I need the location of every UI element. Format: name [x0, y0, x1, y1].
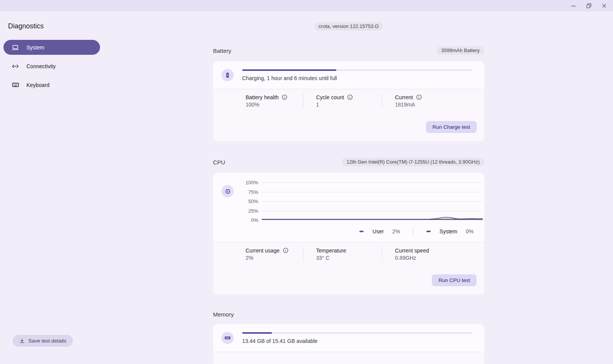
battery-stats-row: Battery health 100% Cycle co: [213, 89, 484, 113]
info-icon[interactable]: [282, 94, 287, 100]
download-icon: [19, 338, 25, 344]
page-title: Diagnostics: [0, 22, 103, 30]
cpu-model-badge: 12th Gen Intel(R) Core(TM) i7-1255U (12 …: [342, 158, 484, 166]
main-content: crota, version 122.15753.O Battery 3599m…: [103, 11, 613, 364]
memory-usage-progressbar: [242, 332, 472, 334]
memory-status-text: 13.44 GB of 15.41 GB available: [242, 338, 472, 344]
battery-section: Battery 3599mAh Battery: [213, 46, 484, 141]
legend-system: System 0%: [426, 228, 474, 234]
current-label: Current: [395, 94, 484, 100]
memory-card: 13.44 GB of 15.41 GB available: [213, 324, 484, 364]
close-button[interactable]: [601, 2, 608, 9]
info-icon[interactable]: [283, 248, 288, 253]
sidebar-item-keyboard[interactable]: Keyboard: [3, 77, 100, 92]
battery-section-title: Battery: [213, 48, 231, 54]
current-speed-label: Current speed: [395, 248, 484, 254]
cpu-usage-lines: [262, 182, 483, 220]
board-version-badge: crota, version 122.15753.O: [314, 22, 384, 31]
current-usage-value: 2%: [246, 255, 303, 261]
cpu-card: 100% 75% 50% 25% 0%: [213, 173, 484, 295]
battery-charge-progressbar: [242, 69, 472, 71]
battery-icon: [221, 69, 234, 81]
info-icon[interactable]: [347, 94, 353, 100]
memory-section: Memory: [213, 311, 484, 364]
keyboard-icon: [11, 81, 20, 89]
legend-user: User 2%: [359, 228, 400, 234]
minimize-button[interactable]: [570, 2, 577, 9]
temperature-label: Temperature: [316, 248, 382, 254]
sidebar-item-system[interactable]: System: [3, 40, 100, 55]
current-usage-label: Current usage: [246, 248, 303, 254]
restore-button[interactable]: [585, 2, 592, 9]
cpu-usage-chart: 100% 75% 50% 25% 0%: [242, 182, 483, 220]
battery-health-value: 100%: [246, 102, 303, 108]
laptop-icon: [11, 43, 20, 52]
cpu-section-title: CPU: [213, 159, 225, 166]
user-series-swatch: [359, 231, 364, 232]
save-test-details-label: Save test details: [28, 338, 66, 344]
memory-section-title: Memory: [213, 311, 234, 318]
temperature-value: 33° C: [316, 255, 382, 261]
save-test-details-button[interactable]: Save test details: [13, 335, 73, 347]
cpu-chart-y-axis: 100% 75% 50% 25% 0%: [242, 182, 258, 220]
cycle-count-label: Cycle count: [316, 94, 382, 100]
battery-status-text: Charging, 1 hour and 6 minutes until ful…: [242, 75, 472, 81]
current-speed-value: 0.89GHz: [395, 255, 484, 261]
connectivity-icon: [11, 62, 20, 71]
info-icon[interactable]: [416, 94, 422, 100]
titlebar: [0, 0, 613, 11]
sidebar: Diagnostics System: [0, 11, 103, 364]
battery-capacity-badge: 3599mAh Battery: [437, 46, 484, 55]
cpu-chart-legend: User 2% System 0%: [242, 220, 483, 242]
battery-card: Charging, 1 hour and 6 minutes until ful…: [213, 61, 484, 141]
sidebar-item-label: Keyboard: [26, 82, 49, 88]
sidebar-item-label: Connectivity: [26, 63, 56, 69]
sidebar-item-label: System: [26, 44, 44, 51]
cpu-chart-plot-area: [262, 182, 483, 220]
run-charge-test-button[interactable]: Run Charge test: [426, 121, 477, 133]
run-cpu-test-button[interactable]: Run CPU test: [432, 274, 477, 286]
sidebar-item-connectivity[interactable]: Connectivity: [3, 59, 100, 74]
cpu-stats-row: Current usage 2% Temperature: [213, 243, 484, 266]
battery-health-label: Battery health: [246, 94, 303, 100]
system-series-swatch: [426, 231, 431, 232]
cycle-count-value: 1: [316, 102, 382, 108]
current-value: 1819mA: [395, 102, 484, 108]
cpu-section: CPU 12th Gen Intel(R) Core(TM) i7-1255U …: [213, 158, 484, 295]
memory-ram-icon: [221, 332, 234, 344]
cpu-chip-icon: [221, 185, 234, 197]
